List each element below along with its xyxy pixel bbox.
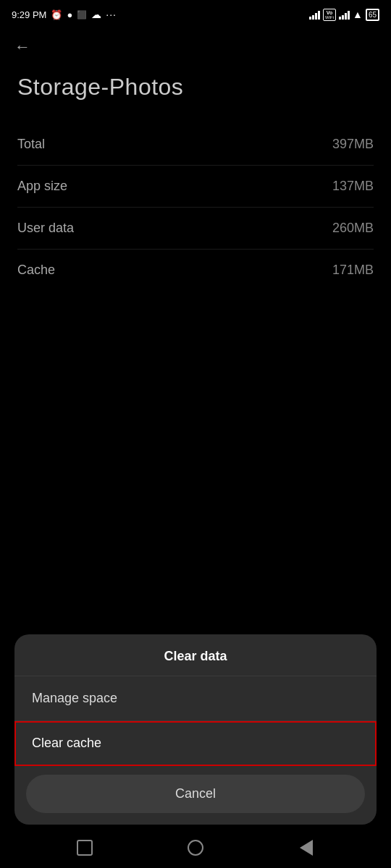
whatsapp-icon: ● — [67, 9, 72, 20]
bottom-sheet: Clear data Manage space Clear cache Canc… — [14, 634, 377, 825]
status-bar: 9:29 PM ⏰ ● ⬛ ☁ ··· Vo WiFi ▲ 65 — [0, 0, 391, 26]
storage-list: Total 397MB App size 137MB User data 260… — [0, 124, 391, 291]
back-nav-button[interactable] — [296, 838, 316, 858]
wifi-icon: ▲ — [353, 9, 363, 20]
teams-icon: ⬛ — [77, 10, 87, 20]
signal-bars-1 — [309, 9, 320, 20]
back-button[interactable]: ← — [0, 26, 391, 62]
storage-item-cache: Cache 171MB — [17, 250, 374, 291]
time-display: 9:29 PM — [12, 9, 46, 20]
storage-value-userdata: 260MB — [332, 221, 374, 236]
vo-wifi-icon: Vo WiFi — [323, 9, 336, 21]
status-right: Vo WiFi ▲ 65 — [309, 9, 379, 21]
clear-cache-label: Clear cache — [32, 736, 101, 750]
home-button[interactable] — [185, 838, 206, 858]
recent-apps-button[interactable] — [75, 838, 95, 858]
alarm-icon: ⏰ — [51, 9, 62, 20]
sheet-title: Clear data — [14, 634, 377, 676]
storage-item-total: Total 397MB — [17, 124, 374, 166]
recent-apps-icon — [77, 840, 93, 856]
more-icon: ··· — [106, 9, 117, 20]
storage-item-userdata: User data 260MB — [17, 208, 374, 250]
storage-item-appsize: App size 137MB — [17, 166, 374, 208]
storage-label-total: Total — [17, 137, 45, 152]
navigation-bar — [0, 827, 391, 868]
back-nav-icon — [300, 840, 313, 856]
cancel-button[interactable]: Cancel — [26, 775, 365, 813]
storage-value-total: 397MB — [332, 137, 374, 152]
status-left: 9:29 PM ⏰ ● ⬛ ☁ ··· — [12, 9, 117, 20]
storage-label-appsize: App size — [17, 179, 67, 194]
signal-bars-2 — [339, 9, 350, 20]
storage-value-cache: 171MB — [332, 263, 374, 278]
home-icon — [188, 840, 203, 856]
back-arrow-icon[interactable]: ← — [14, 38, 30, 56]
battery-icon: 65 — [366, 9, 379, 21]
storage-value-appsize: 137MB — [332, 179, 374, 194]
page-title: Storage-Photos — [0, 62, 391, 124]
cloud-icon: ☁ — [91, 9, 101, 20]
storage-label-userdata: User data — [17, 221, 74, 236]
storage-label-cache: Cache — [17, 263, 55, 278]
manage-space-option[interactable]: Manage space — [14, 676, 377, 721]
battery-level: 65 — [369, 11, 377, 19]
manage-space-label: Manage space — [32, 691, 117, 705]
clear-cache-option[interactable]: Clear cache — [14, 721, 377, 766]
